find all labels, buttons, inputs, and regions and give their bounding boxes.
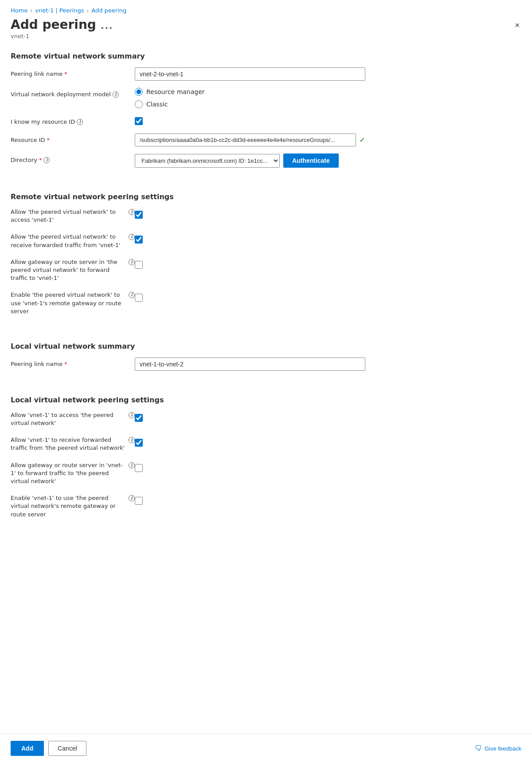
- gap1: [11, 175, 521, 189]
- local-setting4-label: Enable 'vnet-1' to use 'the peered virtu…: [11, 494, 135, 519]
- page-container: Home › vnet-1 | Peerings › Add peering A…: [0, 0, 532, 763]
- directory-row: Directory * i Fabrikam (fabrikam.onmicro…: [11, 153, 521, 168]
- remote-setting3-checkbox[interactable]: [135, 261, 143, 269]
- remote-setting2-control: [135, 233, 143, 245]
- breadcrumb-vnet[interactable]: vnet-1 | Peerings: [35, 7, 84, 14]
- bottom-spacer: [11, 527, 521, 563]
- local-setting3-info-icon[interactable]: i: [129, 462, 135, 468]
- remote-setting4-control: [135, 291, 143, 303]
- local-setting3-text: Allow gateway or route server in 'vnet-1…: [11, 461, 127, 486]
- remote-setting2-label: Allow 'the peered virtual network' to re…: [11, 233, 135, 249]
- page-title-row: Add peering ...: [11, 17, 113, 32]
- remote-setting2-info-icon[interactable]: i: [129, 234, 135, 240]
- resource-id-field-label: Resource ID *: [11, 134, 135, 143]
- deployment-model-info-icon[interactable]: i: [113, 91, 119, 98]
- gap3: [11, 378, 521, 392]
- resource-id-checkbox-row: I know my resource ID i: [11, 115, 521, 126]
- local-setting2-text: Allow 'vnet-1' to receive forwarded traf…: [11, 436, 127, 452]
- local-setting3-row: Allow gateway or route server in 'vnet-1…: [11, 461, 521, 486]
- resource-id-field-row: Resource ID * ✓: [11, 134, 521, 146]
- radio-resource-manager[interactable]: Resource manager: [135, 88, 521, 96]
- local-setting2-control: [135, 436, 143, 448]
- local-setting3-control: [135, 461, 143, 473]
- remote-setting1-row: Allow 'the peered virtual network' to ac…: [11, 208, 521, 224]
- local-setting4-checkbox[interactable]: [135, 497, 143, 505]
- remote-setting3-info-icon[interactable]: i: [129, 259, 135, 265]
- directory-select[interactable]: Fabrikam (fabrikam.onmicrosoft.com) ID: …: [135, 154, 280, 168]
- local-setting2-info-icon[interactable]: i: [129, 437, 135, 443]
- add-button[interactable]: Add: [11, 741, 44, 756]
- local-settings-title: Local virtual network peering settings: [11, 396, 521, 404]
- directory-required-star: *: [39, 157, 42, 163]
- remote-setting2-text: Allow 'the peered virtual network' to re…: [11, 233, 127, 249]
- authenticate-button[interactable]: Authenticate: [283, 153, 339, 168]
- local-setting3-checkbox[interactable]: [135, 464, 143, 472]
- radio-resource-manager-input[interactable]: [135, 88, 143, 96]
- resource-id-input[interactable]: [135, 134, 356, 146]
- bottom-bar: Add Cancel 🗨 Give feedback: [0, 733, 532, 763]
- remote-setting3-control: [135, 258, 143, 270]
- directory-label: Directory * i: [11, 153, 135, 163]
- remote-setting3-label: Allow gateway or route server in 'the pe…: [11, 258, 135, 283]
- resource-id-checkbox-label: I know my resource ID i: [11, 115, 135, 125]
- bottom-actions: Add Cancel: [11, 741, 86, 756]
- title-area: Add peering ... vnet-1: [11, 17, 113, 39]
- deployment-model-label: Virtual network deployment model i: [11, 88, 135, 98]
- main-content: Remote virtual network summary Peering l…: [0, 52, 532, 563]
- remote-setting1-control: [135, 208, 143, 220]
- resource-id-required-star: *: [47, 137, 50, 143]
- local-required-star: *: [64, 361, 67, 367]
- remote-setting1-info-icon[interactable]: i: [129, 209, 135, 215]
- local-setting2-row: Allow 'vnet-1' to receive forwarded traf…: [11, 436, 521, 452]
- feedback-label: Give feedback: [485, 745, 521, 752]
- remote-settings-title: Remote virtual network peering settings: [11, 193, 521, 201]
- more-options-icon[interactable]: ...: [101, 20, 113, 31]
- page-title-text: Add peering: [11, 17, 96, 32]
- breadcrumb: Home › vnet-1 | Peerings › Add peering: [0, 0, 532, 17]
- local-setting1-checkbox[interactable]: [135, 414, 143, 422]
- directory-control: Fabrikam (fabrikam.onmicrosoft.com) ID: …: [135, 153, 521, 168]
- remote-setting1-checkbox[interactable]: [135, 211, 143, 219]
- remote-setting4-info-icon[interactable]: i: [129, 292, 135, 298]
- remote-summary-title: Remote virtual network summary: [11, 52, 521, 60]
- local-summary-title: Local virtual network summary: [11, 342, 521, 350]
- breadcrumb-sep1: ›: [30, 8, 32, 14]
- radio-classic-label: Classic: [146, 101, 168, 108]
- feedback-button[interactable]: 🗨 Give feedback: [475, 744, 521, 752]
- resource-id-info-icon[interactable]: i: [77, 119, 83, 125]
- directory-container: Fabrikam (fabrikam.onmicrosoft.com) ID: …: [135, 153, 521, 168]
- local-setting4-control: [135, 494, 143, 506]
- cancel-button[interactable]: Cancel: [48, 741, 86, 756]
- remote-setting3-row: Allow gateway or route server in 'the pe…: [11, 258, 521, 283]
- resource-id-checkmark-icon: ✓: [360, 136, 365, 144]
- remote-setting4-checkbox[interactable]: [135, 294, 143, 302]
- remote-peering-link-label: Peering link name *: [11, 67, 135, 77]
- remote-setting1-text: Allow 'the peered virtual network' to ac…: [11, 208, 127, 224]
- radio-resource-manager-label: Resource manager: [146, 88, 205, 95]
- resource-id-container: ✓: [135, 134, 365, 146]
- radio-classic[interactable]: Classic: [135, 100, 521, 108]
- radio-classic-input[interactable]: [135, 100, 143, 108]
- remote-peering-link-input[interactable]: [135, 67, 365, 81]
- local-setting2-checkbox[interactable]: [135, 439, 143, 447]
- page-subtitle: vnet-1: [11, 33, 113, 39]
- local-setting1-text: Allow 'vnet-1' to access 'the peered vir…: [11, 411, 127, 427]
- breadcrumb-home[interactable]: Home: [11, 7, 27, 14]
- deployment-model-row: Virtual network deployment model i Resou…: [11, 88, 521, 108]
- remote-setting3-text: Allow gateway or route server in 'the pe…: [11, 258, 127, 283]
- close-button[interactable]: ×: [513, 19, 521, 32]
- remote-peering-link-row: Peering link name *: [11, 67, 521, 81]
- remote-setting1-label: Allow 'the peered virtual network' to ac…: [11, 208, 135, 224]
- local-setting1-info-icon[interactable]: i: [129, 412, 135, 418]
- local-setting4-info-icon[interactable]: i: [129, 495, 135, 501]
- local-setting1-row: Allow 'vnet-1' to access 'the peered vir…: [11, 411, 521, 427]
- deployment-model-control: Resource manager Classic: [135, 88, 521, 108]
- remote-setting2-row: Allow 'the peered virtual network' to re…: [11, 233, 521, 249]
- resource-id-checkbox[interactable]: [135, 117, 143, 125]
- local-peering-link-input[interactable]: [135, 358, 365, 371]
- deployment-model-radio-group: Resource manager Classic: [135, 88, 521, 108]
- directory-info-icon[interactable]: i: [43, 157, 50, 163]
- remote-setting2-checkbox[interactable]: [135, 236, 143, 244]
- local-peering-link-control: [135, 358, 521, 371]
- remote-peering-link-control: [135, 67, 521, 81]
